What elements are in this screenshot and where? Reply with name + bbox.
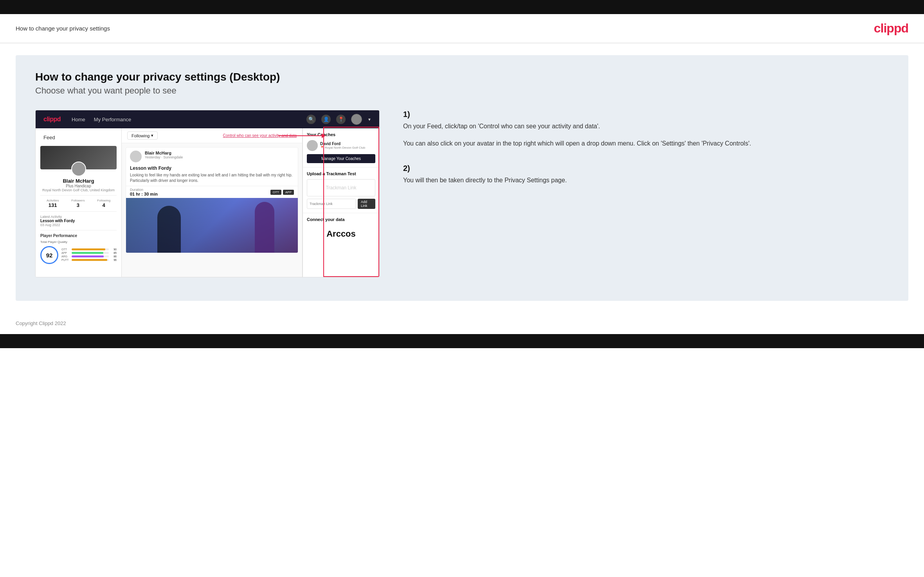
user-icon[interactable]: 👤: [321, 115, 331, 124]
bar-arg-value: 86: [110, 255, 117, 258]
manage-coaches-button[interactable]: Manage Your Coaches: [307, 154, 375, 163]
performance-bars: OTT 90 APP: [61, 248, 117, 262]
bar-app: APP 85: [61, 252, 117, 254]
latest-activity: Latest Activity Lesson with Fordy 03 Aug…: [40, 212, 117, 230]
stat-followers-value: 3: [71, 202, 85, 208]
stat-activities: Activities 131: [47, 199, 59, 208]
following-button[interactable]: Following ▾: [127, 131, 158, 140]
arccos-logo: Arccos: [307, 225, 375, 243]
connect-title: Connect your data: [307, 217, 375, 222]
app-nav-icons: 🔍 👤 📍 ▼: [306, 114, 371, 125]
following-chevron: ▾: [151, 133, 153, 138]
feed-tab[interactable]: Feed: [40, 133, 58, 142]
bar-ott-label: OTT: [61, 248, 70, 251]
app-feed: Following ▾ Control who can see your act…: [122, 128, 303, 277]
trackman-title: Upload a Trackman Test: [307, 171, 375, 176]
post-title: Lesson with Fordy: [126, 165, 298, 173]
bar-app-fill: [72, 252, 103, 254]
copyright-text: Copyright Clippd 2022: [16, 320, 66, 326]
stat-activities-label: Activities: [47, 199, 59, 202]
instruction-2-text: You will then be taken directly to the P…: [403, 175, 881, 185]
bar-ott-fill: [72, 248, 105, 250]
user-avatar[interactable]: [351, 114, 362, 125]
breadcrumb: How to change your privacy settings: [16, 25, 110, 32]
feed-header: Following ▾ Control who can see your act…: [122, 128, 302, 143]
golfer-silhouette-1: [157, 206, 181, 253]
app-mockup: clippd Home My Performance 🔍 👤 📍 ▼ Feed: [35, 110, 380, 277]
nav-my-performance[interactable]: My Performance: [94, 117, 131, 122]
quality-label: Total Player Quality: [40, 240, 117, 244]
bottom-bar: [0, 334, 924, 348]
following-label: Following: [131, 133, 149, 138]
trackman-link-input[interactable]: [307, 199, 356, 209]
instruction-1-text-2: You can also click on your avatar in the…: [403, 138, 881, 149]
stat-activities-value: 131: [47, 202, 59, 208]
annotation-line: [278, 135, 325, 136]
badge-app: APP: [283, 190, 294, 195]
trackman-section: Upload a Trackman Test Trackman Link Add…: [303, 167, 379, 213]
avatar-chevron: ▼: [367, 117, 371, 122]
instruction-1: 1) On your Feed, click/tap on 'Control w…: [403, 110, 881, 148]
duration-label: Duration: [130, 188, 158, 192]
bar-ott: OTT 90: [61, 248, 117, 251]
bar-app-label: APP: [61, 252, 70, 254]
post-user-info: Blair McHarg Yesterday · Sunningdale: [145, 151, 183, 159]
app-stats: Activities 131 Followers 3 Following 4: [40, 196, 117, 212]
bar-app-track: [72, 252, 109, 254]
instruction-1-number: 1): [403, 110, 881, 119]
player-performance: Player Performance Total Player Quality …: [40, 230, 117, 267]
top-bar: [0, 0, 924, 14]
coaches-title: Your Coaches: [307, 132, 375, 137]
app-body: Feed Blair McHarg Plus Handicap Royal No…: [36, 128, 379, 277]
post-username: Blair McHarg: [145, 151, 183, 155]
bar-putt-value: 96: [110, 259, 117, 261]
profile-name: Blair McHarg: [40, 178, 117, 184]
bar-arg-track: [72, 255, 109, 257]
site-footer: Copyright Clippd 2022: [0, 313, 924, 334]
post-meta: Yesterday · Sunningdale: [145, 155, 183, 159]
post-header: Blair McHarg Yesterday · Sunningdale: [126, 147, 298, 165]
bar-ott-track: [72, 248, 109, 250]
coach-item: David Ford 📍 Royal North Devon Golf Club: [307, 140, 375, 151]
profile-handicap: Plus Handicap: [40, 184, 117, 188]
app-nav-links: Home My Performance: [72, 117, 295, 122]
bar-arg: ARG 86: [61, 255, 117, 258]
latest-date: 03 Aug 2022: [40, 223, 117, 227]
bar-arg-label: ARG: [61, 255, 70, 258]
nav-home[interactable]: Home: [72, 117, 85, 122]
location-icon[interactable]: 📍: [336, 115, 346, 124]
app-navbar: clippd Home My Performance 🔍 👤 📍 ▼: [36, 110, 379, 128]
clippd-logo: clippd: [874, 21, 908, 36]
add-link-button[interactable]: Add Link: [358, 199, 375, 209]
duration-group: Duration 01 hr : 30 min: [130, 188, 158, 196]
bar-ott-value: 90: [110, 248, 117, 251]
trackman-input-row: Add Link: [307, 199, 375, 209]
stat-following: Following 4: [97, 199, 110, 208]
circle-score: 92: [40, 246, 58, 264]
stat-following-label: Following: [97, 199, 110, 202]
latest-value: Lesson with Fordy: [40, 219, 117, 223]
coach-info: David Ford 📍 Royal North Devon Golf Club: [320, 142, 365, 149]
coach-club-text: Royal North Devon Golf Club: [325, 146, 365, 149]
stat-followers-label: Followers: [71, 199, 85, 202]
app-sidebar: Feed Blair McHarg Plus Handicap Royal No…: [36, 128, 122, 277]
page-title: How to change your privacy settings (Des…: [35, 71, 889, 83]
bar-putt-label: PUTT: [61, 259, 70, 261]
post-badges: OTT APP: [270, 190, 294, 195]
bar-putt-track: [72, 259, 109, 261]
post-duration: Duration 01 hr : 30 min OTT APP: [126, 186, 298, 198]
search-icon[interactable]: 🔍: [306, 115, 316, 124]
main-content: How to change your privacy settings (Des…: [16, 55, 908, 301]
stat-following-value: 4: [97, 202, 110, 208]
coach-name: David Ford: [320, 142, 365, 146]
app-right-panel: Your Coaches David Ford 📍 Royal North De…: [303, 128, 379, 277]
coach-avatar: [307, 140, 318, 151]
badge-ott: OTT: [270, 190, 281, 195]
bar-putt-fill: [72, 259, 107, 261]
instruction-2: 2) You will then be taken directly to th…: [403, 164, 881, 185]
post-image: [126, 198, 298, 253]
instruction-1-text-1: On your Feed, click/tap on 'Control who …: [403, 121, 881, 131]
trackman-placeholder: Trackman Link: [307, 179, 375, 196]
feed-post: Blair McHarg Yesterday · Sunningdale Les…: [126, 147, 298, 253]
app-logo: clippd: [43, 116, 61, 123]
